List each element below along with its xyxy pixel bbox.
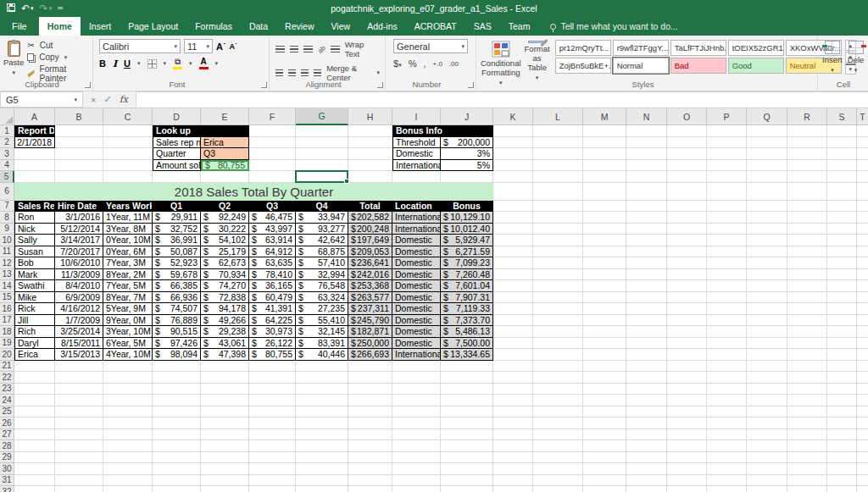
cell-M14[interactable]	[583, 280, 626, 292]
cell-L2[interactable]	[533, 137, 583, 149]
column-header-G[interactable]: G	[296, 108, 348, 125]
cell-O3[interactable]	[667, 148, 707, 160]
cell-M3[interactable]	[583, 148, 626, 160]
cell-R4[interactable]	[787, 160, 827, 172]
cell-B20[interactable]: 3/15/2013	[55, 349, 103, 361]
cell-E30[interactable]	[201, 463, 249, 475]
cell-H13[interactable]: $242,016	[348, 269, 392, 281]
cell-F32[interactable]	[249, 486, 296, 492]
row-header-17[interactable]: 17	[0, 315, 14, 327]
cell-G19[interactable]: $83,391	[296, 338, 348, 350]
sales-header-q1[interactable]: Q1	[153, 201, 201, 213]
cell-R31[interactable]	[787, 475, 827, 487]
cell-P24[interactable]	[707, 395, 747, 406]
conditional-formatting-button[interactable]: Conditional Formatting▾	[481, 37, 521, 81]
cell-J20[interactable]: $13,334.65	[441, 349, 493, 361]
cell-M15[interactable]	[583, 292, 626, 304]
row-header-14[interactable]: 14	[0, 280, 14, 292]
cell-K7[interactable]	[493, 201, 533, 213]
cell-D14[interactable]: $66,385	[153, 280, 201, 292]
cell-C9[interactable]: 3Year, 8M	[103, 224, 153, 235]
cell-T27[interactable]	[857, 429, 868, 441]
cell-B16[interactable]: 4/16/2012	[55, 303, 103, 315]
cell-D24[interactable]	[153, 395, 201, 406]
cell-F27[interactable]	[249, 429, 296, 441]
cell-Q15[interactable]	[747, 292, 787, 304]
sales-header-hire-date[interactable]: Hire Date	[55, 201, 103, 213]
cell-S20[interactable]	[827, 349, 857, 361]
cell-I30[interactable]	[392, 463, 441, 475]
cell-J26[interactable]	[441, 417, 493, 429]
cell-G2[interactable]	[296, 137, 348, 149]
cell-I20[interactable]: International	[392, 349, 441, 361]
cell-G25[interactable]	[296, 406, 348, 418]
cell-M26[interactable]	[583, 417, 626, 429]
cell-J21[interactable]	[441, 361, 493, 373]
tab-add-ins[interactable]: Add-ins	[359, 17, 406, 36]
row-header-3[interactable]: 3	[0, 148, 14, 160]
cell-Q14[interactable]	[747, 280, 787, 292]
cell-N26[interactable]	[626, 417, 667, 429]
cell-N3[interactable]	[626, 148, 667, 160]
sales-header-total[interactable]: Total	[348, 201, 392, 213]
cell-B2[interactable]	[55, 137, 103, 149]
row-header-26[interactable]: 26	[0, 417, 14, 429]
cell-G11[interactable]: $68,875	[296, 246, 348, 258]
cell-F8[interactable]: $46,475	[249, 212, 296, 224]
cell-K14[interactable]	[493, 280, 533, 292]
number-dialog-launcher[interactable]	[468, 82, 474, 88]
cell-Q21[interactable]	[747, 361, 787, 373]
cell-T10[interactable]	[857, 235, 868, 246]
cell-Q28[interactable]	[747, 440, 787, 452]
cell-A14[interactable]: Swathi	[14, 280, 55, 292]
font-name-select[interactable]: Calibri▾	[99, 39, 181, 53]
cell-Q8[interactable]	[747, 212, 787, 224]
cell-B25[interactable]	[55, 406, 103, 418]
cell-T13[interactable]	[857, 269, 868, 281]
middle-align-button[interactable]	[290, 46, 299, 53]
row-header-22[interactable]: 22	[0, 372, 14, 384]
cell-S28[interactable]	[827, 440, 857, 452]
cell-F25[interactable]	[249, 406, 296, 418]
tab-home[interactable]: Home	[39, 17, 81, 36]
cell-O17[interactable]	[667, 315, 707, 327]
row-header-30[interactable]: 30	[0, 463, 14, 475]
cell-B4[interactable]	[55, 160, 103, 172]
cell-I9[interactable]: International	[392, 224, 441, 235]
cell-O30[interactable]	[667, 463, 707, 475]
cell-M11[interactable]	[583, 246, 626, 258]
insert-cells-button[interactable]: Insert▾	[822, 37, 843, 81]
cell-P8[interactable]	[707, 212, 747, 224]
cell-F26[interactable]	[249, 417, 296, 429]
cell-T2[interactable]	[857, 137, 868, 149]
cell-S10[interactable]	[827, 235, 857, 246]
column-header-J[interactable]: J	[441, 108, 493, 125]
cancel-entry-button[interactable]: ×	[91, 95, 96, 105]
cell-L13[interactable]	[533, 269, 583, 281]
align-left-button[interactable]	[275, 69, 283, 76]
cell-J17[interactable]: $7,373.70	[441, 315, 493, 327]
column-header-H[interactable]: H	[348, 108, 392, 125]
cell-A22[interactable]	[14, 372, 55, 384]
font-color-button[interactable]: A	[199, 58, 209, 69]
cell-H30[interactable]	[348, 463, 392, 475]
cell-K20[interactable]	[493, 349, 533, 361]
cell-G29[interactable]	[296, 452, 348, 464]
cell-N13[interactable]	[626, 269, 667, 281]
cell-F12[interactable]: $63,635	[249, 257, 296, 269]
insert-function-button[interactable]: fx	[120, 94, 128, 105]
cell-A32[interactable]	[14, 486, 55, 492]
cell-E5[interactable]	[201, 171, 249, 183]
cell-H1[interactable]	[348, 125, 392, 137]
cell-D29[interactable]	[153, 452, 201, 464]
cell-K18[interactable]	[493, 326, 533, 338]
cell-C25[interactable]	[103, 406, 153, 418]
style-chip-plain[interactable]: ZojBn5uBkE+...	[555, 58, 611, 74]
cell-R29[interactable]	[787, 452, 827, 464]
cell-F29[interactable]	[249, 452, 296, 464]
cell-T8[interactable]	[857, 212, 868, 224]
cell-R28[interactable]	[787, 440, 827, 452]
cell-P5[interactable]	[707, 171, 747, 183]
cell-J3[interactable]: 3%	[441, 148, 493, 160]
cell-K21[interactable]	[493, 361, 533, 373]
